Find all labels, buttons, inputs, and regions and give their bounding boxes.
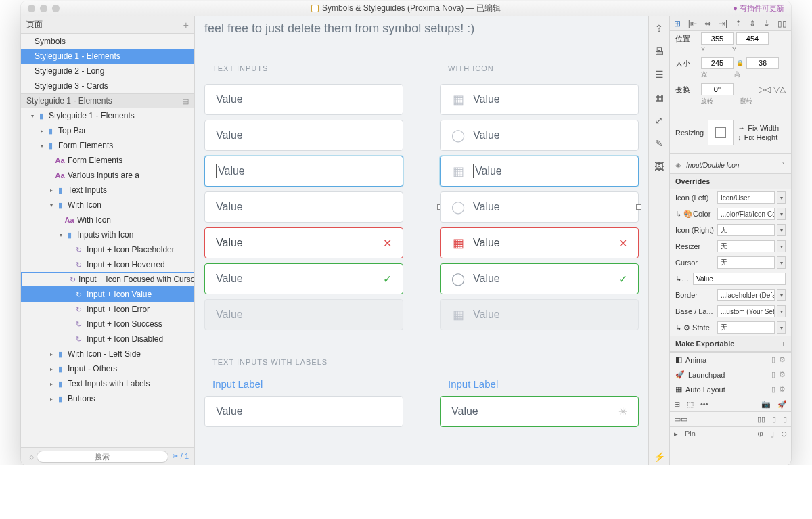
layer-row[interactable]: ▸▮Input - Others xyxy=(21,361,194,376)
print-icon[interactable]: 🖶 xyxy=(651,43,667,60)
input-success[interactable]: Value✓ xyxy=(204,263,403,294)
symbol-name[interactable]: Input/Double Icon xyxy=(683,159,779,171)
device-responsive-icon[interactable]: ▯▯ xyxy=(757,415,765,424)
share-icon[interactable]: ⇪ xyxy=(651,20,667,37)
expand-icon[interactable]: ⤢ xyxy=(651,112,667,129)
layer-row[interactable]: ▸▮Top Bar xyxy=(21,123,194,138)
chevron-down-icon[interactable]: ▾ xyxy=(777,240,786,252)
image-icon[interactable]: 🖼 xyxy=(651,158,667,175)
pin-center-icon[interactable]: ▯ xyxy=(770,430,774,438)
input-hover[interactable]: Value xyxy=(204,120,403,151)
layer-row[interactable]: ▸▮Buttons xyxy=(21,391,194,406)
override-input[interactable] xyxy=(693,273,786,285)
resizing-constraints[interactable] xyxy=(708,120,734,145)
bolt-icon[interactable]: ⚡ xyxy=(651,449,667,465)
align-left-icon[interactable]: |⇤ xyxy=(688,19,697,28)
chevron-down-icon[interactable]: ▾ xyxy=(777,289,786,301)
layer-row[interactable]: ▸↻Input + Icon Error xyxy=(21,302,194,317)
rotate-input[interactable] xyxy=(701,83,734,95)
plugin-panel[interactable]: 🚀Launchpad▯⚙ xyxy=(670,367,791,382)
layer-row[interactable]: ▸▮Text Inputs with Labels xyxy=(21,376,194,391)
input-error[interactable]: Value✕ xyxy=(204,227,403,258)
layer-row[interactable]: ▸AaForm Elements xyxy=(21,153,194,168)
plugin-toggle-icon[interactable]: ▯ xyxy=(771,385,775,394)
chevron-down-icon[interactable]: ▾ xyxy=(777,224,786,236)
plugin-toggle-icon[interactable]: ▯ xyxy=(771,370,775,379)
tool-grid-icon[interactable]: ⊞ xyxy=(674,400,680,409)
chevron-down-icon[interactable]: ▾ xyxy=(777,208,786,220)
distribute-icon[interactable]: ▯▯ xyxy=(777,19,787,28)
override-select[interactable]: 无 xyxy=(717,224,775,236)
x-input[interactable] xyxy=(701,32,734,45)
input-icon-focused[interactable]: ▦Value xyxy=(440,156,639,187)
plugin-toggle-icon[interactable]: ▯ xyxy=(771,355,775,364)
input-focused[interactable]: Value xyxy=(204,156,403,187)
layer-row[interactable]: ▸▮With Icon - Left Side xyxy=(21,346,194,361)
chevron-down-icon[interactable]: ˅ xyxy=(782,161,786,170)
layer-row[interactable]: ▸AaVarious inputs are a xyxy=(21,168,194,183)
selected-symbol-instance[interactable]: ◯Value xyxy=(440,191,639,223)
add-page-button[interactable]: + xyxy=(183,20,189,30)
layer-row[interactable]: ▾▮Styleguide 1 - Elements xyxy=(21,108,194,123)
layer-row[interactable]: ▸↻Input + Icon Value xyxy=(21,287,194,302)
override-select[interactable]: ...olor/Flat/Icon Color xyxy=(717,208,775,220)
input-icon-success[interactable]: ◯Value✓ xyxy=(440,263,639,294)
page-symbols[interactable]: Symbols xyxy=(21,34,194,49)
input-icon-hover[interactable]: ◯Value xyxy=(440,120,639,151)
chevron-down-icon[interactable]: ▾ xyxy=(777,256,786,269)
page-styleguide1[interactable]: Styleguide 1 - Elements xyxy=(21,49,194,64)
artboard-picker-icon[interactable]: ▤ xyxy=(182,97,189,106)
override-select[interactable]: Icon/User xyxy=(717,191,775,204)
layer-row[interactable]: ▸↻Input + Icon Focused with Cursor xyxy=(21,272,194,287)
layer-row[interactable]: ▾▮With Icon xyxy=(21,198,194,212)
layer-row[interactable]: ▸AaWith Icon xyxy=(21,212,194,227)
minimize-window-button[interactable] xyxy=(40,5,47,12)
layout-pages-icon[interactable]: ▭▭ xyxy=(674,415,687,424)
override-select[interactable]: 无 xyxy=(717,240,775,252)
input-icon-error[interactable]: ▦Value✕ xyxy=(440,227,639,258)
page-styleguide2[interactable]: Styleguide 2 - Long xyxy=(21,64,194,78)
override-select[interactable]: 无 xyxy=(717,256,775,269)
device-phone-icon[interactable]: ▯ xyxy=(783,415,787,424)
labeled-input-right[interactable]: Value✳ xyxy=(440,396,639,427)
plugin-panel[interactable]: ▦Auto Layout▯⚙ xyxy=(670,382,791,397)
override-select[interactable]: 无 xyxy=(717,321,775,334)
tool-rocket-icon[interactable]: 🚀 xyxy=(777,400,787,409)
layer-search-input[interactable] xyxy=(37,451,168,463)
plugin-panel[interactable]: ◧Anima▯⚙ xyxy=(670,352,791,367)
canvas[interactable]: feel free to just delete them from symbo… xyxy=(195,16,648,465)
layer-row[interactable]: ▸↻Input + Icon Hoverred xyxy=(21,257,194,272)
add-export-button[interactable]: + xyxy=(782,340,786,348)
height-input[interactable] xyxy=(746,57,779,69)
tool-cube-icon[interactable]: ⬚ xyxy=(687,400,694,409)
chevron-down-icon[interactable]: ▾ xyxy=(777,191,786,204)
pin-label[interactable]: Pin xyxy=(685,430,696,438)
layer-row[interactable]: ▸▮Text Inputs xyxy=(21,183,194,198)
tool-more-icon[interactable]: ••• xyxy=(700,400,708,409)
layer-row[interactable]: ▸↻Input + Icon Placeholder xyxy=(21,242,194,257)
align-vcenter-icon[interactable]: ⇕ xyxy=(749,19,756,28)
align-bottom-icon[interactable]: ⇣ xyxy=(763,19,770,28)
align-hcenter-icon[interactable]: ⇔ xyxy=(704,19,711,28)
gear-icon[interactable]: ⚙ xyxy=(779,355,786,364)
input-icon-value[interactable]: ◯Value xyxy=(440,191,639,223)
chevron-down-icon[interactable]: ▾ xyxy=(777,305,786,317)
layer-row[interactable]: ▾▮Form Elements xyxy=(21,138,194,153)
override-select[interactable]: ...ustom (Your Setup) xyxy=(717,305,775,317)
layer-row[interactable]: ▸↻Input + Icon Disabled xyxy=(21,332,194,346)
magic-icon[interactable]: ✎ xyxy=(651,135,667,152)
page-styleguide3[interactable]: Styleguide 3 - Cards xyxy=(21,78,194,93)
align-right-icon[interactable]: ⇥| xyxy=(719,19,727,28)
align-top-icon[interactable]: ⇡ xyxy=(735,19,742,28)
input-placeholder[interactable]: Value xyxy=(204,84,403,115)
tool-camera-icon[interactable]: 📷 xyxy=(761,400,771,409)
y-input[interactable] xyxy=(736,32,769,45)
flip-v-icon[interactable]: ▽△ xyxy=(773,85,786,94)
layer-row[interactable]: ▾▮Inputs with Icon xyxy=(21,227,194,242)
layer-row[interactable]: ▸↻Input + Icon Success xyxy=(21,317,194,332)
device-tablet-icon[interactable]: ▯ xyxy=(772,415,776,424)
flip-h-icon[interactable]: ▷◁ xyxy=(759,85,771,94)
fix-width-icon[interactable]: ↔ xyxy=(738,124,745,132)
lock-icon[interactable]: 🔒 xyxy=(736,60,744,66)
gear-icon[interactable]: ⚙ xyxy=(779,370,786,379)
